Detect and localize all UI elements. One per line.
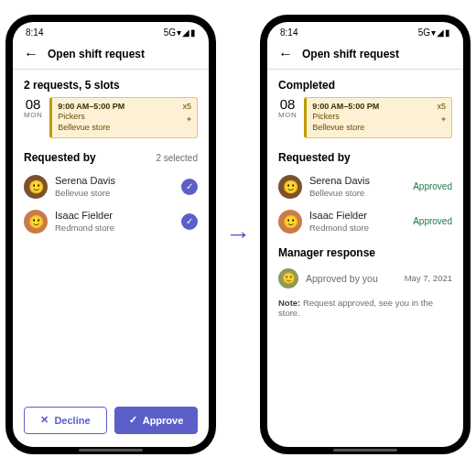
location-icon: ⌖ [441,114,446,125]
note-prefix: Note: [278,298,300,308]
screen-right: 8:14 5G ▾ ◢ ▮ ← Open shift request Compl… [267,22,463,447]
avatar: 🙂 [278,210,302,234]
person-store: Redmond store [309,223,406,234]
content-left: 2 requests, 5 slots 08 MON 9:00 AM–5:00 … [13,70,209,447]
person-info: Serena Davis Bellevue store [55,175,174,199]
person-store: Bellevue store [55,188,174,199]
network-label: 5G [164,27,176,38]
status-bar: 8:14 5G ▾ ◢ ▮ [13,22,209,39]
person-row[interactable]: 🙂 Isaac Fielder Redmond store ✓ [24,204,198,239]
approve-label: Approve [143,415,184,426]
person-store: Bellevue store [309,188,406,199]
shift-role: Pickers [312,112,446,123]
manager-note: Note: Request approved, see you in the s… [278,298,452,318]
person-row[interactable]: 🙂 Isaac Fielder Redmond store Approved [278,204,452,239]
close-icon: ✕ [40,414,49,426]
summary-label: Completed [278,79,452,92]
person-name: Serena Davis [309,175,406,188]
content-right: Completed 08 MON 9:00 AM–5:00 PM Pickers… [267,70,463,447]
status-time: 8:14 [26,27,43,38]
status-badge: Approved [413,181,452,191]
shift-time: 9:00 AM–5:00 PM [58,102,191,113]
person-name: Isaac Fielder [55,210,174,223]
person-name: Serena Davis [55,175,174,188]
avatar: 🙂 [278,175,302,199]
back-icon[interactable]: ← [24,47,38,61]
date-column: 08 MON [24,97,42,138]
selected-check-icon[interactable]: ✓ [181,179,198,195]
note-text: Request approved, see you in the store. [278,298,433,318]
person-info: Isaac Fielder Redmond store [309,210,406,234]
avatar: 🙂 [24,210,48,234]
person-store: Redmond store [55,223,174,234]
approve-button[interactable]: ✓ Approve [114,407,198,434]
back-icon[interactable]: ← [278,47,293,61]
shift-row: 08 MON 9:00 AM–5:00 PM Pickers Bellevue … [24,97,198,138]
action-bar: ✕ Decline ✓ Approve [24,403,198,440]
shift-store: Bellevue store [58,123,191,134]
date-dow: MON [278,112,297,120]
manager-date: May 7, 2021 [405,273,452,283]
requested-by-header: Requested by 2 selected [24,151,198,164]
app-header: ← Open shift request [13,39,209,70]
phone-left: 8:14 5G ▾ ◢ ▮ ← Open shift request 2 req… [5,15,216,454]
shift-time: 9:00 AM–5:00 PM [312,102,446,113]
person-row[interactable]: 🙂 Serena Davis Bellevue store Approved [278,169,452,204]
shift-count: x5 [437,102,446,113]
battery-icon: ▮ [445,27,450,38]
selected-check-icon[interactable]: ✓ [181,213,198,230]
screen-left: 8:14 5G ▾ ◢ ▮ ← Open shift request 2 req… [13,22,209,447]
date-number: 08 [24,97,42,113]
shift-card[interactable]: 9:00 AM–5:00 PM Pickers Bellevue store x… [304,97,452,138]
summary-label: 2 requests, 5 slots [24,79,198,92]
phone-right: 8:14 5G ▾ ◢ ▮ ← Open shift request Compl… [260,15,471,454]
status-bar: 8:14 5G ▾ ◢ ▮ [267,22,463,39]
location-icon: ⌖ [187,114,191,125]
signal-icon: ◢ [182,27,189,38]
requested-by-label: Requested by [24,151,96,164]
shift-store: Bellevue store [312,123,446,134]
selected-count: 2 selected [156,153,198,163]
person-row[interactable]: 🙂 Serena Davis Bellevue store ✓ [24,169,198,204]
avatar: 🙂 [278,268,298,288]
status-badge: Approved [413,216,452,226]
shift-card[interactable]: 9:00 AM–5:00 PM Pickers Bellevue store x… [49,97,198,138]
arrow-icon: → [225,222,251,247]
requested-by-header: Requested by [278,151,452,164]
check-icon: ✓ [129,414,137,426]
wifi-icon: ▾ [431,27,436,38]
page-title: Open shift request [48,48,145,60]
spacer [24,239,198,403]
date-column: 08 MON [278,97,297,138]
manager-row: 🙂 Approved by you May 7, 2021 [278,265,452,292]
person-name: Isaac Fielder [309,210,406,223]
signal-icon: ◢ [437,27,444,38]
page-title: Open shift request [302,48,399,60]
shift-role: Pickers [58,112,191,123]
date-dow: MON [24,112,42,120]
wifi-icon: ▾ [177,27,181,38]
shift-count: x5 [182,102,191,113]
network-label: 5G [418,27,430,38]
date-number: 08 [278,97,297,113]
battery-icon: ▮ [190,27,196,38]
status-right: 5G ▾ ◢ ▮ [418,27,450,38]
home-indicator [79,449,143,452]
status-time: 8:14 [280,27,298,38]
shift-row: 08 MON 9:00 AM–5:00 PM Pickers Bellevue … [278,97,452,138]
decline-label: Decline [54,415,90,426]
person-info: Serena Davis Bellevue store [309,175,406,199]
avatar: 🙂 [24,175,48,199]
decline-button[interactable]: ✕ Decline [24,407,107,434]
person-info: Isaac Fielder Redmond store [55,210,174,234]
requested-by-label: Requested by [278,151,351,164]
manager-response-label: Manager response [278,246,452,259]
app-header: ← Open shift request [267,39,463,70]
manager-status: Approved by you [306,273,397,284]
home-indicator [333,449,397,452]
status-right: 5G ▾ ◢ ▮ [164,27,196,38]
